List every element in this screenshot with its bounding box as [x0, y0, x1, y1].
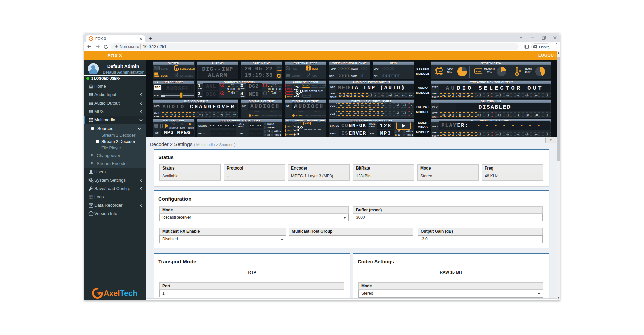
svg-text:CPU: CPU	[437, 70, 442, 73]
svg-text:RAM: RAM	[476, 70, 481, 73]
